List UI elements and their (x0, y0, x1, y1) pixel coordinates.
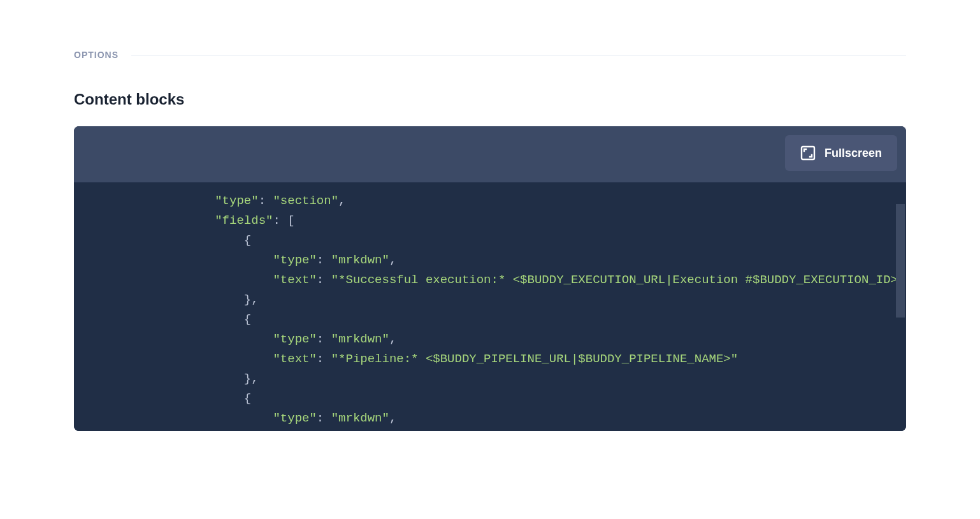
code-line: { (157, 310, 906, 330)
code-toolbar: Fullscreen (74, 126, 906, 182)
section-title: Content blocks (74, 91, 906, 108)
fullscreen-icon (800, 145, 816, 161)
code-editor[interactable]: "type": "section", "fields": [ { "type":… (74, 182, 906, 431)
code-line: "text": "*Pipeline:* <$BUDDY_PIPELINE_UR… (157, 349, 906, 369)
fullscreen-label: Fullscreen (825, 147, 882, 160)
code-line: "type": "mrkdwn", (157, 330, 906, 349)
code-line: { (157, 389, 906, 409)
section-label: OPTIONS (74, 50, 119, 60)
code-line: "type": "mrkdwn", (157, 409, 906, 428)
section-header: OPTIONS (74, 50, 906, 60)
code-line: "text": "*Successful execution:* <$BUDDY… (157, 270, 906, 290)
code-line: }, (157, 369, 906, 389)
section-divider (131, 55, 906, 55)
fullscreen-button[interactable]: Fullscreen (785, 135, 897, 171)
code-panel: Fullscreen "type": "section", "fields": … (74, 126, 906, 431)
code-line: "type": "mrkdwn", (157, 251, 906, 270)
code-line: }, (157, 290, 906, 310)
code-line: { (157, 231, 906, 251)
scrollbar[interactable] (896, 204, 905, 318)
code-line: "fields": [ (157, 211, 906, 231)
code-line: "type": "section", (157, 191, 906, 211)
